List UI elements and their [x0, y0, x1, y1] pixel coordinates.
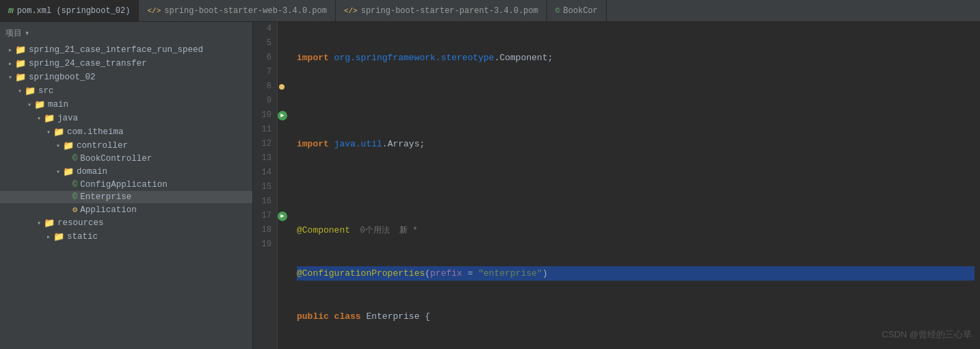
label-spring24: spring_24_case_transfer — [29, 59, 147, 68]
code-line-9: @ConfigurationProperties(prefix = "enter… — [297, 266, 975, 281]
orange-dot-8 — [279, 84, 284, 90]
code-content: import org.springframework.stereotype.Co… — [291, 22, 980, 349]
line-numbers: 4 5 6 7 8 9 10 11 12 13 14 15 16 17 18 1… — [253, 22, 278, 349]
label-comitheima: com.itheima — [67, 127, 124, 137]
sidebar-item-static[interactable]: 📁 static — [0, 230, 252, 244]
line-num-7: 7 — [256, 65, 272, 79]
gutter-11 — [278, 122, 291, 137]
code-area: 4 5 6 7 8 9 10 11 12 13 14 15 16 17 18 1… — [253, 22, 980, 349]
line-num-18: 18 — [256, 223, 272, 237]
code-line-5 — [297, 94, 975, 108]
sidebar-item-domain[interactable]: 📁 domain — [0, 165, 252, 179]
code-line-6: import java.util.Arrays; — [297, 137, 975, 151]
tab-starter-web[interactable]: </> spring-boot-starter-web-3.4.0.pom — [139, 0, 335, 21]
chevron-java — [34, 114, 44, 122]
tab-pom[interactable]: m pom.xml (springboot_02) — [0, 0, 139, 21]
tab-icon-xml-parent: </> — [344, 7, 358, 15]
gutter-13 — [278, 151, 291, 166]
tab-pom-label: pom.xml (springboot_02) — [17, 6, 131, 16]
label-resources: resources — [57, 218, 104, 228]
line-num-10: 10 — [256, 108, 272, 122]
sidebar-item-src[interactable]: 📁 src — [0, 84, 252, 98]
tab-icon-m: m — [8, 5, 14, 16]
code-line-10: public class Enterprise { — [297, 309, 975, 324]
gutter-5 — [278, 36, 291, 51]
gutter-16 — [278, 194, 291, 209]
folder-icon-spring24: 📁 — [15, 58, 26, 69]
label-springboot02: springboot_02 — [29, 73, 96, 82]
chevron-controller — [53, 142, 63, 150]
line-num-19: 19 — [256, 237, 272, 252]
line-num-5: 5 — [256, 36, 272, 51]
sidebar-item-springboot02[interactable]: 📁 springboot_02 — [0, 70, 252, 84]
gutter-18 — [278, 223, 291, 237]
label-controller: controller — [77, 141, 128, 151]
sidebar-item-spring21[interactable]: 📁 spring_21_case_interface_run_speed — [0, 43, 252, 57]
folder-icon-domain: 📁 — [63, 166, 74, 177]
sidebar: 项目 ▾ 📁 spring_21_case_interface_run_spee… — [0, 22, 253, 349]
tab-icon-xml-web: </> — [147, 7, 161, 15]
tab-starter-parent-label: spring-boot-starter-parent-3.4.0.pom — [361, 6, 538, 16]
line-num-9: 9 — [256, 94, 272, 108]
label-static: static — [67, 232, 98, 242]
sidebar-header-label: 项目 — [5, 27, 22, 39]
gutter-6 — [278, 51, 291, 65]
class-icon-bookcontroller: © — [72, 154, 77, 164]
gutter-12 — [278, 137, 291, 151]
line-num-16: 16 — [256, 194, 272, 209]
line-num-6: 6 — [256, 51, 272, 65]
sidebar-dropdown-icon[interactable]: ▾ — [25, 28, 29, 38]
label-configapp: ConfigApplication — [80, 180, 168, 190]
sidebar-item-application[interactable]: ⚙ Application — [0, 203, 252, 216]
sidebar-item-configapp[interactable]: © ConfigApplication — [0, 179, 252, 191]
line-num-8: 8 — [256, 79, 272, 94]
line-num-14: 14 — [256, 166, 272, 180]
sidebar-item-enterprise[interactable]: © Enterprise — [0, 191, 252, 203]
tab-starter-web-label: spring-boot-starter-web-3.4.0.pom — [164, 6, 327, 16]
chevron-resources — [34, 219, 44, 227]
chevron-springboot02 — [5, 73, 15, 81]
run-icon-17[interactable]: ▶ — [278, 211, 287, 221]
tab-bookcor-label: BookCor — [564, 6, 598, 16]
sidebar-item-resources[interactable]: 📁 resources — [0, 216, 252, 230]
line-num-17: 17 — [256, 209, 272, 223]
sidebar-item-controller[interactable]: 📁 controller — [0, 139, 252, 153]
folder-icon-springboot02: 📁 — [15, 72, 26, 83]
folder-icon-comitheima: 📁 — [53, 127, 64, 138]
label-spring21: spring_21_case_interface_run_speed — [29, 45, 203, 55]
tab-starter-parent[interactable]: </> spring-boot-starter-parent-3.4.0.pom — [336, 0, 547, 21]
gutter-7 — [278, 65, 291, 79]
class-icon-configapp: © — [72, 180, 77, 190]
chevron-main — [25, 101, 34, 109]
label-src: src — [38, 86, 54, 96]
chevron-comitheima — [44, 128, 53, 136]
gutter-8 — [278, 79, 291, 94]
sidebar-item-java[interactable]: 📁 java — [0, 112, 252, 125]
class-icon-enterprise: © — [72, 192, 77, 202]
run-icon-10[interactable]: ▶ — [278, 111, 287, 120]
line-num-13: 13 — [256, 151, 272, 166]
editor[interactable]: 4 5 6 7 8 9 10 11 12 13 14 15 16 17 18 1… — [253, 22, 980, 349]
main-layout: 项目 ▾ 📁 spring_21_case_interface_run_spee… — [0, 22, 980, 349]
label-application: Application — [80, 205, 137, 215]
line-num-11: 11 — [256, 122, 272, 137]
gutter-19 — [278, 237, 291, 252]
gutter-10: ▶ — [278, 108, 291, 122]
tab-bar: m pom.xml (springboot_02) </> spring-boo… — [0, 0, 980, 22]
sidebar-item-comitheima[interactable]: 📁 com.itheima — [0, 125, 252, 139]
class-icon-application: ⚙ — [72, 205, 77, 215]
folder-icon-controller: 📁 — [63, 140, 74, 151]
folder-icon-main: 📁 — [34, 99, 45, 110]
label-enterprise: Enterprise — [80, 192, 131, 202]
gutter-17: ▶ — [278, 209, 291, 223]
sidebar-item-spring24[interactable]: 📁 spring_24_case_transfer — [0, 57, 252, 70]
chevron-domain — [53, 168, 63, 176]
line-num-4: 4 — [256, 22, 272, 36]
sidebar-item-bookcontroller[interactable]: © BookController — [0, 153, 252, 165]
tab-bookcor[interactable]: © BookCor — [547, 0, 607, 21]
sidebar-header: 项目 ▾ — [0, 25, 252, 42]
sidebar-item-main[interactable]: 📁 main — [0, 98, 252, 112]
folder-icon-java: 📁 — [44, 113, 55, 124]
folder-icon-src: 📁 — [25, 86, 36, 96]
chevron-src — [15, 87, 25, 95]
